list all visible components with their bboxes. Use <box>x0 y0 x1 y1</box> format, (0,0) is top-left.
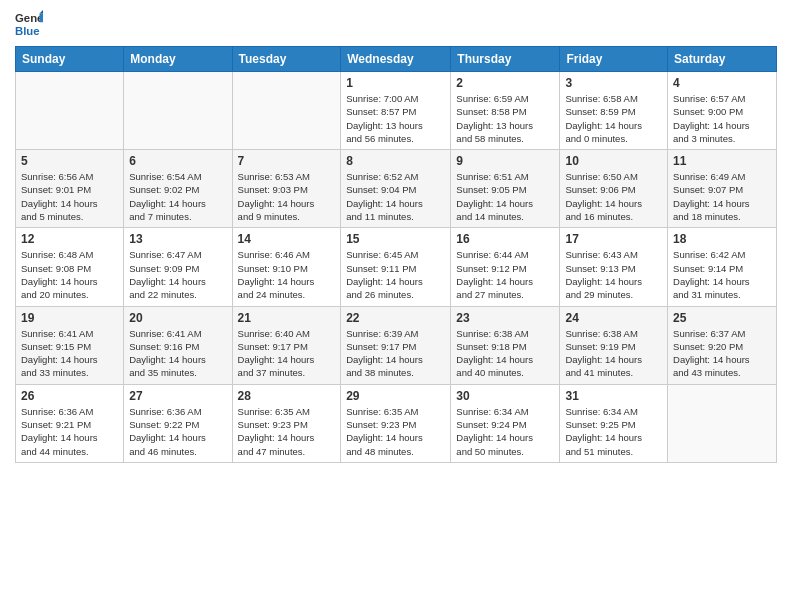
calendar-cell: 8Sunrise: 6:52 AMSunset: 9:04 PMDaylight… <box>341 150 451 228</box>
day-info: Sunrise: 6:39 AMSunset: 9:17 PMDaylight:… <box>346 327 445 380</box>
day-info: Sunrise: 6:41 AMSunset: 9:16 PMDaylight:… <box>129 327 226 380</box>
day-number: 20 <box>129 311 226 325</box>
day-number: 15 <box>346 232 445 246</box>
calendar-week-row: 5Sunrise: 6:56 AMSunset: 9:01 PMDaylight… <box>16 150 777 228</box>
day-header-sunday: Sunday <box>16 47 124 72</box>
logo: General Blue <box>15 10 43 38</box>
calendar-cell: 7Sunrise: 6:53 AMSunset: 9:03 PMDaylight… <box>232 150 341 228</box>
calendar-cell: 4Sunrise: 6:57 AMSunset: 9:00 PMDaylight… <box>668 72 777 150</box>
day-number: 21 <box>238 311 336 325</box>
day-number: 28 <box>238 389 336 403</box>
day-info: Sunrise: 6:37 AMSunset: 9:20 PMDaylight:… <box>673 327 771 380</box>
day-info: Sunrise: 6:47 AMSunset: 9:09 PMDaylight:… <box>129 248 226 301</box>
day-info: Sunrise: 7:00 AMSunset: 8:57 PMDaylight:… <box>346 92 445 145</box>
day-number: 7 <box>238 154 336 168</box>
day-info: Sunrise: 6:50 AMSunset: 9:06 PMDaylight:… <box>565 170 662 223</box>
day-number: 8 <box>346 154 445 168</box>
day-info: Sunrise: 6:59 AMSunset: 8:58 PMDaylight:… <box>456 92 554 145</box>
calendar-cell: 20Sunrise: 6:41 AMSunset: 9:16 PMDayligh… <box>124 306 232 384</box>
calendar-cell: 31Sunrise: 6:34 AMSunset: 9:25 PMDayligh… <box>560 384 668 462</box>
calendar-cell: 1Sunrise: 7:00 AMSunset: 8:57 PMDaylight… <box>341 72 451 150</box>
day-info: Sunrise: 6:35 AMSunset: 9:23 PMDaylight:… <box>238 405 336 458</box>
day-number: 31 <box>565 389 662 403</box>
calendar-cell: 19Sunrise: 6:41 AMSunset: 9:15 PMDayligh… <box>16 306 124 384</box>
day-number: 11 <box>673 154 771 168</box>
calendar-cell: 27Sunrise: 6:36 AMSunset: 9:22 PMDayligh… <box>124 384 232 462</box>
day-number: 4 <box>673 76 771 90</box>
day-number: 3 <box>565 76 662 90</box>
day-number: 13 <box>129 232 226 246</box>
day-info: Sunrise: 6:38 AMSunset: 9:19 PMDaylight:… <box>565 327 662 380</box>
day-info: Sunrise: 6:34 AMSunset: 9:24 PMDaylight:… <box>456 405 554 458</box>
calendar-cell: 15Sunrise: 6:45 AMSunset: 9:11 PMDayligh… <box>341 228 451 306</box>
calendar-cell: 2Sunrise: 6:59 AMSunset: 8:58 PMDaylight… <box>451 72 560 150</box>
day-number: 10 <box>565 154 662 168</box>
day-info: Sunrise: 6:43 AMSunset: 9:13 PMDaylight:… <box>565 248 662 301</box>
day-number: 25 <box>673 311 771 325</box>
calendar-week-row: 19Sunrise: 6:41 AMSunset: 9:15 PMDayligh… <box>16 306 777 384</box>
calendar-cell <box>232 72 341 150</box>
svg-text:General: General <box>15 12 43 24</box>
calendar-cell: 5Sunrise: 6:56 AMSunset: 9:01 PMDaylight… <box>16 150 124 228</box>
day-number: 24 <box>565 311 662 325</box>
svg-marker-2 <box>40 14 44 23</box>
day-number: 18 <box>673 232 771 246</box>
day-number: 5 <box>21 154 118 168</box>
day-number: 9 <box>456 154 554 168</box>
calendar-week-row: 12Sunrise: 6:48 AMSunset: 9:08 PMDayligh… <box>16 228 777 306</box>
calendar-cell: 3Sunrise: 6:58 AMSunset: 8:59 PMDaylight… <box>560 72 668 150</box>
day-number: 23 <box>456 311 554 325</box>
day-header-saturday: Saturday <box>668 47 777 72</box>
calendar-body: 1Sunrise: 7:00 AMSunset: 8:57 PMDaylight… <box>16 72 777 463</box>
calendar-cell: 9Sunrise: 6:51 AMSunset: 9:05 PMDaylight… <box>451 150 560 228</box>
calendar-cell: 14Sunrise: 6:46 AMSunset: 9:10 PMDayligh… <box>232 228 341 306</box>
day-info: Sunrise: 6:53 AMSunset: 9:03 PMDaylight:… <box>238 170 336 223</box>
calendar-cell: 6Sunrise: 6:54 AMSunset: 9:02 PMDaylight… <box>124 150 232 228</box>
day-number: 2 <box>456 76 554 90</box>
day-number: 17 <box>565 232 662 246</box>
day-number: 29 <box>346 389 445 403</box>
day-info: Sunrise: 6:36 AMSunset: 9:22 PMDaylight:… <box>129 405 226 458</box>
day-number: 1 <box>346 76 445 90</box>
page: General Blue SundayMondayTuesdayWednesda… <box>0 0 792 612</box>
calendar-cell: 26Sunrise: 6:36 AMSunset: 9:21 PMDayligh… <box>16 384 124 462</box>
day-number: 16 <box>456 232 554 246</box>
day-header-friday: Friday <box>560 47 668 72</box>
calendar-cell: 12Sunrise: 6:48 AMSunset: 9:08 PMDayligh… <box>16 228 124 306</box>
calendar-cell: 16Sunrise: 6:44 AMSunset: 9:12 PMDayligh… <box>451 228 560 306</box>
day-info: Sunrise: 6:44 AMSunset: 9:12 PMDaylight:… <box>456 248 554 301</box>
day-info: Sunrise: 6:35 AMSunset: 9:23 PMDaylight:… <box>346 405 445 458</box>
calendar-table: SundayMondayTuesdayWednesdayThursdayFrid… <box>15 46 777 463</box>
day-number: 14 <box>238 232 336 246</box>
day-info: Sunrise: 6:56 AMSunset: 9:01 PMDaylight:… <box>21 170 118 223</box>
calendar-cell: 28Sunrise: 6:35 AMSunset: 9:23 PMDayligh… <box>232 384 341 462</box>
calendar-cell: 30Sunrise: 6:34 AMSunset: 9:24 PMDayligh… <box>451 384 560 462</box>
day-info: Sunrise: 6:40 AMSunset: 9:17 PMDaylight:… <box>238 327 336 380</box>
calendar-cell: 21Sunrise: 6:40 AMSunset: 9:17 PMDayligh… <box>232 306 341 384</box>
calendar-cell: 24Sunrise: 6:38 AMSunset: 9:19 PMDayligh… <box>560 306 668 384</box>
day-header-tuesday: Tuesday <box>232 47 341 72</box>
general-blue-icon: General Blue <box>15 10 43 38</box>
calendar-cell: 22Sunrise: 6:39 AMSunset: 9:17 PMDayligh… <box>341 306 451 384</box>
header: General Blue <box>15 10 777 38</box>
day-number: 22 <box>346 311 445 325</box>
day-info: Sunrise: 6:51 AMSunset: 9:05 PMDaylight:… <box>456 170 554 223</box>
calendar-cell <box>124 72 232 150</box>
calendar-cell: 29Sunrise: 6:35 AMSunset: 9:23 PMDayligh… <box>341 384 451 462</box>
day-info: Sunrise: 6:38 AMSunset: 9:18 PMDaylight:… <box>456 327 554 380</box>
calendar-cell: 18Sunrise: 6:42 AMSunset: 9:14 PMDayligh… <box>668 228 777 306</box>
calendar-week-row: 1Sunrise: 7:00 AMSunset: 8:57 PMDaylight… <box>16 72 777 150</box>
calendar-cell: 13Sunrise: 6:47 AMSunset: 9:09 PMDayligh… <box>124 228 232 306</box>
day-info: Sunrise: 6:58 AMSunset: 8:59 PMDaylight:… <box>565 92 662 145</box>
calendar-week-row: 26Sunrise: 6:36 AMSunset: 9:21 PMDayligh… <box>16 384 777 462</box>
day-info: Sunrise: 6:41 AMSunset: 9:15 PMDaylight:… <box>21 327 118 380</box>
day-number: 27 <box>129 389 226 403</box>
calendar-cell <box>16 72 124 150</box>
calendar-cell: 23Sunrise: 6:38 AMSunset: 9:18 PMDayligh… <box>451 306 560 384</box>
day-info: Sunrise: 6:48 AMSunset: 9:08 PMDaylight:… <box>21 248 118 301</box>
day-info: Sunrise: 6:57 AMSunset: 9:00 PMDaylight:… <box>673 92 771 145</box>
calendar-cell: 25Sunrise: 6:37 AMSunset: 9:20 PMDayligh… <box>668 306 777 384</box>
day-info: Sunrise: 6:45 AMSunset: 9:11 PMDaylight:… <box>346 248 445 301</box>
calendar-header-row: SundayMondayTuesdayWednesdayThursdayFrid… <box>16 47 777 72</box>
day-number: 19 <box>21 311 118 325</box>
